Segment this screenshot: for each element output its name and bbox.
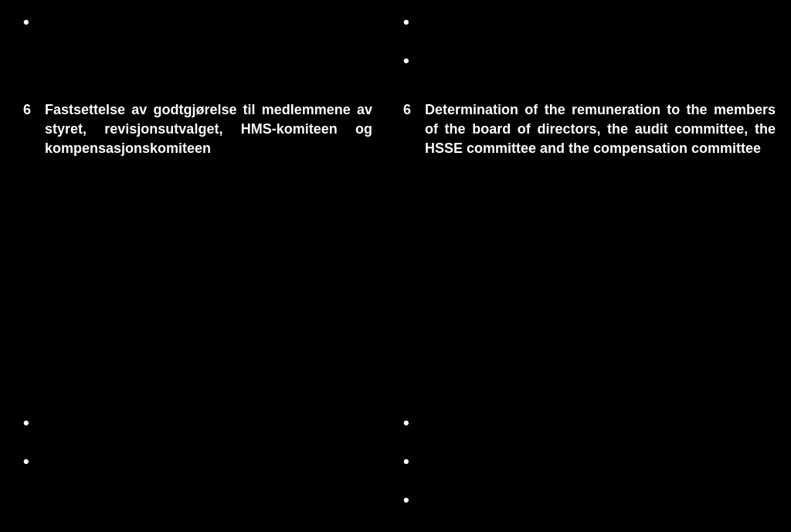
top-bullets-right: • • — [396, 14, 768, 69]
item-6-right: 6 Determination of the remuneration to t… — [403, 100, 776, 159]
main-content: 6 Fastsettelse av godtgjørelse til medle… — [0, 69, 791, 415]
bottom-bullets-left: • • — [23, 415, 396, 524]
top-bullet-right-1: • — [403, 14, 768, 31]
bottom-section: • • • • • — [0, 415, 791, 532]
top-bullets-left: • — [23, 14, 396, 69]
bottom-bullet-left-2: • — [23, 453, 396, 470]
item-6-number-left: 6 — [23, 100, 45, 118]
page-container: • • • 6 Fastsettelse av godtgjørelse til… — [0, 0, 791, 532]
bottom-bullet-right-2: • — [403, 453, 768, 470]
left-column: 6 Fastsettelse av godtgjørelse til medle… — [0, 100, 396, 415]
bottom-bullets-right: • • • — [396, 415, 768, 524]
top-bullet-left-1: • — [23, 14, 396, 31]
item-6-left: 6 Fastsettelse av godtgjørelse til medle… — [23, 100, 372, 159]
bottom-bullet-right-1: • — [403, 415, 768, 432]
top-bullets-section: • • • — [0, 0, 791, 69]
item-6-number-right: 6 — [403, 100, 425, 118]
bottom-bullet-left-1: • — [23, 415, 396, 432]
item-6-text-right: Determination of the remuneration to the… — [425, 100, 776, 159]
top-bullet-right-2: • — [403, 53, 768, 69]
right-column: 6 Determination of the remuneration to t… — [396, 100, 791, 415]
item-6-text-left: Fastsettelse av godtgjørelse til medlemm… — [45, 100, 372, 159]
bottom-bullet-right-3: • — [403, 492, 768, 509]
